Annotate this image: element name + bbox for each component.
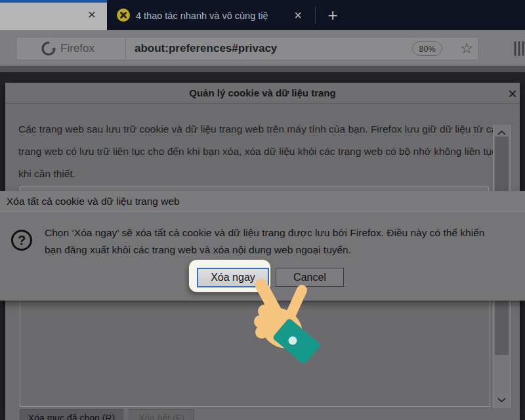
tab-title-fade: [270, 7, 290, 25]
question-mark-icon: ?: [11, 230, 32, 251]
tab-article-title: 4 thao tác nhanh và vô cùng tiệ: [136, 9, 289, 22]
bookmark-star-icon[interactable]: ☆: [458, 40, 475, 57]
tools-favicon-icon: [117, 9, 130, 22]
cookie-dialog-description-line: Các trang web sau lưu trữ cookie và dữ l…: [18, 118, 502, 140]
dimmed-page-strip: [0, 66, 525, 72]
close-tab-icon[interactable]: ×: [290, 6, 306, 24]
zoom-level-badge[interactable]: 80%: [412, 41, 442, 56]
close-tab-icon[interactable]: ×: [84, 5, 100, 24]
remove-selected-button[interactable]: Xóa mục đã chọn (R): [20, 409, 123, 420]
urlbar-divider: [125, 38, 126, 59]
close-icon[interactable]: ×: [503, 84, 522, 104]
active-tab-indicator: [0, 0, 107, 3]
cookie-dialog-description-line: trang web có lưu trữ liên tục cho đến kh…: [18, 140, 497, 163]
firefox-brand-label: Firefox: [60, 41, 94, 56]
library-icon[interactable]: [513, 39, 525, 58]
browser-window: × 4 thao tác nhanh và vô cùng tiệ × + Fi…: [0, 0, 525, 420]
firefox-logo-icon: [41, 41, 56, 56]
cookie-dialog-description-line: khi cần thiết.: [18, 163, 75, 185]
new-tab-button[interactable]: +: [323, 5, 343, 26]
scroll-down-icon[interactable]: [493, 395, 511, 404]
confirm-message-line: bạn đăng xuất khỏi các trang web và xóa …: [45, 239, 351, 261]
cookie-dialog-title: Quản lý cookie và dữ liệu trang: [5, 87, 520, 98]
remove-all-button[interactable]: Xóa hết (F): [129, 409, 194, 420]
url-text[interactable]: about:preferences#privacy: [135, 41, 277, 56]
pointing-hand-cursor: [245, 277, 331, 366]
scroll-up-icon[interactable]: [493, 129, 511, 138]
confirm-dialog-title: Xóa tất cả cookie và dữ liệu trang web: [7, 196, 180, 207]
tab-separator: [315, 7, 316, 24]
